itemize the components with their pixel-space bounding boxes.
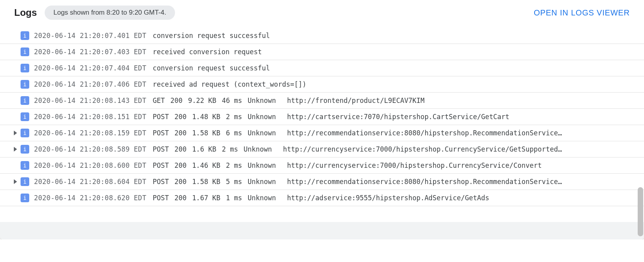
log-row[interactable]: i2020-06-14 21:20:07.401 EDTconversion r…: [0, 28, 644, 44]
info-severity-icon: i: [21, 31, 29, 40]
http-url: http://currencyservice:7000/hipstershop.…: [283, 145, 562, 153]
http-method: POST: [153, 194, 169, 202]
chevron-right-icon: [14, 131, 17, 135]
http-latency: 2 ms: [222, 145, 238, 153]
log-timestamp: 2020-06-14 21:20:08.604 EDT: [34, 177, 146, 186]
http-method: POST: [153, 161, 169, 169]
http-url: http://currencyservice:7000/hipstershop.…: [287, 161, 542, 169]
log-message: received ad request (context_words=[]): [153, 80, 306, 89]
log-message: POST2001.46 KB2 msUnknownhttp://currency…: [153, 161, 542, 170]
log-row[interactable]: i2020-06-14 21:20:07.403 EDTreceived con…: [0, 44, 644, 60]
log-message: conversion request successful: [153, 31, 270, 40]
info-severity-icon: i: [21, 145, 29, 154]
http-size: 1.46 KB: [192, 161, 220, 169]
log-timestamp: 2020-06-14 21:20:07.404 EDT: [34, 63, 146, 73]
log-timestamp: 2020-06-14 21:20:08.589 EDT: [34, 144, 146, 154]
http-method: POST: [153, 145, 169, 153]
http-latency: 2 ms: [226, 161, 242, 169]
http-status: 200: [174, 145, 186, 153]
http-size: 1.58 KB: [192, 178, 220, 186]
time-range-badge: Logs shown from 8:20 to 9:20 GMT-4.: [45, 6, 175, 20]
http-size: 1.67 KB: [192, 194, 220, 202]
http-agent: Unknown: [248, 194, 276, 202]
chevron-right-icon: [14, 147, 17, 152]
http-method: POST: [153, 129, 169, 137]
log-row[interactable]: i2020-06-14 21:20:08.159 EDTPOST2001.58 …: [0, 125, 644, 141]
log-timestamp: 2020-06-14 21:20:07.401 EDT: [34, 31, 146, 40]
http-latency: 46 ms: [222, 97, 242, 104]
log-timestamp: 2020-06-14 21:20:08.600 EDT: [34, 161, 146, 170]
http-method: POST: [153, 178, 169, 186]
log-row[interactable]: i2020-06-14 21:20:08.151 EDTPOST2001.48 …: [0, 109, 644, 125]
log-message: conversion request successful: [153, 63, 270, 73]
expand-toggle[interactable]: [10, 147, 21, 152]
expand-toggle[interactable]: [10, 131, 21, 135]
log-message: POST2001.6 KB2 msUnknownhttp://currencys…: [153, 144, 562, 154]
http-agent: Unknown: [248, 97, 276, 104]
log-message: POST2001.48 KB2 msUnknownhttp://cartserv…: [153, 112, 509, 122]
http-method: GET: [153, 97, 165, 104]
http-size: 9.22 KB: [188, 97, 217, 104]
info-severity-icon: i: [21, 80, 29, 89]
http-size: 1.58 KB: [192, 129, 220, 137]
http-status: 200: [174, 113, 186, 121]
chevron-right-icon: [14, 179, 17, 184]
open-in-logs-viewer-link[interactable]: OPEN IN LOGS VIEWER: [534, 8, 630, 17]
http-url: http://frontend/product/L9ECAV7KIM: [287, 97, 424, 104]
http-latency: 6 ms: [226, 129, 242, 137]
info-severity-icon: i: [21, 177, 29, 186]
http-agent: Unknown: [244, 145, 272, 153]
http-status: 200: [174, 161, 186, 169]
http-url: http://recommendationservice:8080/hipste…: [287, 178, 562, 186]
http-size: 1.6 KB: [192, 145, 216, 153]
http-url: http://cartservice:7070/hipstershop.Cart…: [287, 113, 509, 121]
log-message: POST2001.67 KB1 msUnknownhttp://adservic…: [153, 193, 489, 203]
log-row[interactable]: i2020-06-14 21:20:08.620 EDTPOST2001.67 …: [0, 190, 644, 206]
log-timestamp: 2020-06-14 21:20:07.406 EDT: [34, 80, 146, 89]
scrollbar[interactable]: [638, 32, 643, 237]
expand-toggle[interactable]: [10, 179, 21, 184]
scrollbar-thumb[interactable]: [638, 187, 643, 236]
log-timestamp: 2020-06-14 21:20:08.151 EDT: [34, 112, 146, 122]
log-message: received conversion request: [153, 47, 262, 57]
info-severity-icon: i: [21, 47, 29, 56]
http-status: 200: [170, 97, 183, 104]
http-latency: 5 ms: [226, 178, 242, 186]
log-row[interactable]: i2020-06-14 21:20:07.406 EDTreceived ad …: [0, 76, 644, 93]
http-agent: Unknown: [248, 113, 276, 121]
log-row[interactable]: i2020-06-14 21:20:08.600 EDTPOST2001.46 …: [0, 158, 644, 174]
bottom-bar: [0, 222, 644, 239]
info-severity-icon: i: [21, 64, 29, 72]
info-severity-icon: i: [21, 96, 29, 105]
logs-panel: Logs Logs shown from 8:20 to 9:20 GMT-4.…: [0, 0, 644, 239]
logs-title: Logs: [14, 7, 37, 18]
http-agent: Unknown: [248, 129, 276, 137]
log-message: GET2009.22 KB46 msUnknownhttp://frontend…: [153, 96, 424, 105]
http-size: 1.48 KB: [192, 113, 220, 121]
log-row[interactable]: i2020-06-14 21:20:08.589 EDTPOST2001.6 K…: [0, 141, 644, 158]
http-agent: Unknown: [248, 161, 276, 169]
log-timestamp: 2020-06-14 21:20:08.143 EDT: [34, 96, 146, 105]
log-row[interactable]: i2020-06-14 21:20:08.604 EDTPOST2001.58 …: [0, 174, 644, 190]
info-severity-icon: i: [21, 161, 29, 170]
log-timestamp: 2020-06-14 21:20:08.620 EDT: [34, 193, 146, 203]
log-row[interactable]: i2020-06-14 21:20:08.143 EDTGET2009.22 K…: [0, 93, 644, 109]
info-severity-icon: i: [21, 112, 29, 121]
log-message: POST2001.58 KB6 msUnknownhttp://recommen…: [153, 128, 562, 138]
log-row[interactable]: i2020-06-14 21:20:07.404 EDTconversion r…: [0, 60, 644, 76]
http-method: POST: [153, 113, 169, 121]
http-url: http://recommendationservice:8080/hipste…: [287, 129, 562, 137]
info-severity-icon: i: [21, 194, 29, 202]
logs-header: Logs Logs shown from 8:20 to 9:20 GMT-4.…: [0, 0, 644, 23]
http-url: http://adservice:9555/hipstershop.AdServ…: [287, 194, 489, 202]
http-latency: 1 ms: [226, 194, 242, 202]
info-severity-icon: i: [21, 129, 29, 137]
http-status: 200: [174, 129, 186, 137]
logs-list: i2020-06-14 21:20:07.401 EDTconversion r…: [0, 23, 644, 222]
http-status: 200: [174, 194, 186, 202]
log-timestamp: 2020-06-14 21:20:07.403 EDT: [34, 47, 146, 57]
http-status: 200: [174, 178, 186, 186]
http-latency: 2 ms: [226, 113, 242, 121]
log-message: POST2001.58 KB5 msUnknownhttp://recommen…: [153, 177, 562, 186]
log-timestamp: 2020-06-14 21:20:08.159 EDT: [34, 128, 146, 138]
